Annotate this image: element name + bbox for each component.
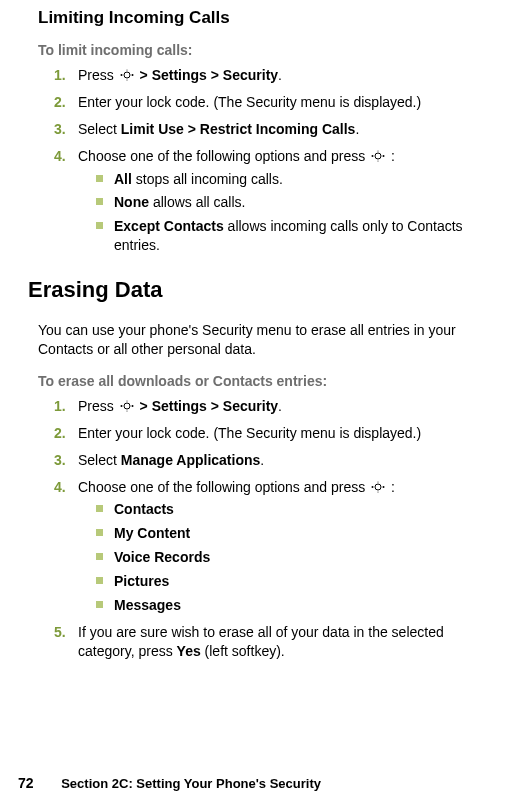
bullets-b: Contacts My Content Voice Records Pictur… bbox=[96, 500, 478, 614]
step-b2: 2. Enter your lock code. (The Security m… bbox=[54, 424, 478, 443]
page-body: Limiting Incoming Calls To limit incomin… bbox=[0, 0, 506, 661]
page-footer: 72 Section 2C: Setting Your Phone's Secu… bbox=[18, 775, 506, 791]
step-a4: 4. Choose one of the following options a… bbox=[54, 147, 478, 255]
bullet-my-content: My Content bbox=[96, 524, 478, 543]
bullet-voice-records: Voice Records bbox=[96, 548, 478, 567]
suffix: . bbox=[355, 121, 359, 137]
svg-point-10 bbox=[124, 403, 130, 409]
bullet-label: None bbox=[114, 194, 149, 210]
heading-erasing: Erasing Data bbox=[28, 277, 478, 303]
step-text: Enter your lock code. (The Security menu… bbox=[78, 94, 421, 110]
suffix: . bbox=[278, 398, 282, 414]
svg-point-0 bbox=[124, 72, 130, 78]
bullet-label: Pictures bbox=[114, 573, 169, 589]
bullet-pictures: Pictures bbox=[96, 572, 478, 591]
subhead-b: To erase all downloads or Contacts entri… bbox=[38, 373, 478, 389]
svg-point-16 bbox=[372, 486, 374, 488]
step-b5: 5. If you are sure wish to erase all of … bbox=[54, 623, 478, 661]
step-a3: 3. Select Limit Use > Restrict Incoming … bbox=[54, 120, 478, 139]
bullet-label: Messages bbox=[114, 597, 181, 613]
step-b1: 1. Press > Settings > Security. bbox=[54, 397, 478, 416]
step-num: 4. bbox=[54, 478, 66, 497]
step-a2: 2. Enter your lock code. (The Security m… bbox=[54, 93, 478, 112]
step-num: 1. bbox=[54, 66, 66, 85]
menu-path: Manage Applications bbox=[121, 452, 261, 468]
step-a1: 1. Press > Settings > Security. bbox=[54, 66, 478, 85]
bullet-all: All stops all incoming calls. bbox=[96, 170, 478, 189]
menu-path: > Settings > Security bbox=[140, 398, 279, 414]
softkey-yes: Yes bbox=[177, 643, 201, 659]
suffix: . bbox=[278, 67, 282, 83]
svg-point-13 bbox=[126, 400, 127, 401]
suffix: . bbox=[260, 452, 264, 468]
nav-key-icon bbox=[120, 398, 134, 410]
svg-point-11 bbox=[120, 405, 122, 407]
step-text: Press bbox=[78, 67, 118, 83]
bullet-except-contacts: Except Contacts allows incoming calls on… bbox=[96, 217, 478, 255]
nav-key-icon bbox=[371, 479, 385, 491]
page-number: 72 bbox=[18, 775, 34, 791]
bullet-label: Except Contacts bbox=[114, 218, 224, 234]
bullet-label: All bbox=[114, 171, 132, 187]
step-pre: Select bbox=[78, 452, 121, 468]
step-num: 3. bbox=[54, 451, 66, 470]
svg-point-17 bbox=[383, 486, 385, 488]
svg-point-14 bbox=[126, 410, 127, 411]
step-text: Enter your lock code. (The Security menu… bbox=[78, 425, 421, 441]
step-num: 2. bbox=[54, 93, 66, 112]
step-num: 3. bbox=[54, 120, 66, 139]
svg-point-2 bbox=[131, 74, 133, 76]
svg-point-6 bbox=[372, 155, 374, 157]
chapter-title: Section 2C: Setting Your Phone's Securit… bbox=[61, 776, 321, 791]
bullet-label: Contacts bbox=[114, 501, 174, 517]
bullet-none: None allows all calls. bbox=[96, 193, 478, 212]
step-text: Press bbox=[78, 398, 118, 414]
svg-point-12 bbox=[131, 405, 133, 407]
subhead-a: To limit incoming calls: bbox=[38, 42, 478, 58]
bullet-rest: stops all incoming calls. bbox=[132, 171, 283, 187]
svg-point-1 bbox=[120, 74, 122, 76]
suffix: : bbox=[387, 479, 395, 495]
steps-a: 1. Press > Settings > Security. 2. Enter… bbox=[54, 66, 478, 255]
svg-point-5 bbox=[375, 153, 381, 159]
bullet-label: My Content bbox=[114, 525, 190, 541]
svg-point-8 bbox=[378, 150, 379, 151]
nav-key-icon bbox=[120, 67, 134, 79]
menu-path: Limit Use > Restrict Incoming Calls bbox=[121, 121, 356, 137]
step-num: 1. bbox=[54, 397, 66, 416]
svg-point-4 bbox=[126, 80, 127, 81]
bullet-messages: Messages bbox=[96, 596, 478, 615]
step-num: 4. bbox=[54, 147, 66, 166]
svg-point-3 bbox=[126, 70, 127, 71]
step-b3: 3. Select Manage Applications. bbox=[54, 451, 478, 470]
nav-key-icon bbox=[371, 148, 385, 160]
step-pre: Select bbox=[78, 121, 121, 137]
suffix: : bbox=[387, 148, 395, 164]
bullet-contacts: Contacts bbox=[96, 500, 478, 519]
svg-point-9 bbox=[378, 160, 379, 161]
step-text: Choose one of the following options and … bbox=[78, 148, 369, 164]
step-b4: 4. Choose one of the following options a… bbox=[54, 478, 478, 615]
bullets-a: All stops all incoming calls. None allow… bbox=[96, 170, 478, 256]
bullet-label: Voice Records bbox=[114, 549, 210, 565]
svg-point-7 bbox=[383, 155, 385, 157]
step-num: 2. bbox=[54, 424, 66, 443]
svg-point-15 bbox=[375, 484, 381, 490]
svg-point-18 bbox=[378, 481, 379, 482]
step-text: Choose one of the following options and … bbox=[78, 479, 369, 495]
svg-point-19 bbox=[378, 491, 379, 492]
heading-limiting: Limiting Incoming Calls bbox=[38, 8, 478, 28]
step-rest: (left softkey). bbox=[201, 643, 285, 659]
bullet-rest: allows all calls. bbox=[149, 194, 245, 210]
steps-b: 1. Press > Settings > Security. 2. Enter… bbox=[54, 397, 478, 661]
menu-path: > Settings > Security bbox=[140, 67, 279, 83]
step-num: 5. bbox=[54, 623, 66, 642]
intro-b: You can use your phone's Security menu t… bbox=[38, 321, 478, 359]
